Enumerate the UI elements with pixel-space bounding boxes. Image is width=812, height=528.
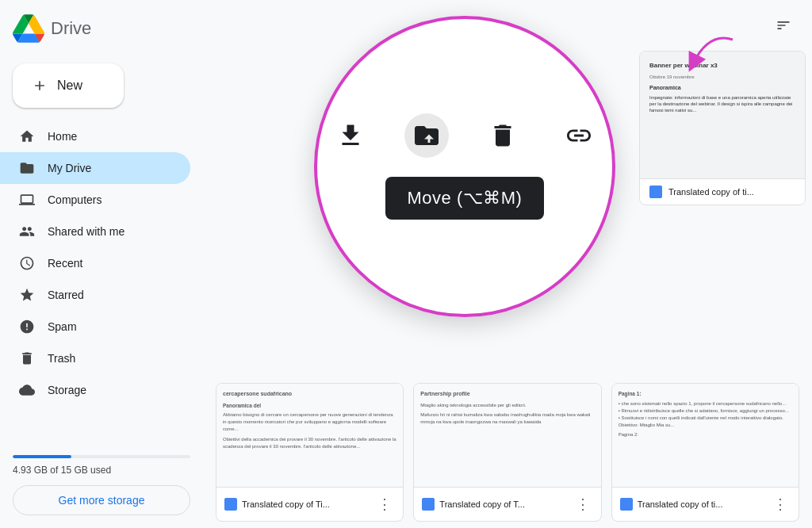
file-card-1[interactable]: cercapersone sudafricano Panoramica del … [216, 383, 404, 522]
home-icon [19, 128, 35, 144]
file-info-2: Translated copy of T... ⋮ [414, 487, 600, 521]
file-name-1: Translated copy of Ti... [242, 499, 370, 509]
filter-button[interactable] [768, 10, 799, 41]
filter-icon [776, 17, 791, 33]
storage-bar-fill [13, 455, 71, 458]
link-icon [565, 121, 593, 150]
people-icon [19, 224, 35, 239]
sidebar-item-storage-label: Storage [48, 384, 86, 396]
main-content: Banner per webinar x3 Ottobre 19 novembr… [203, 0, 812, 528]
move-tooltip: Move (⌥⌘M) [385, 177, 545, 220]
sidebar-item-shared-label: Shared with me [48, 225, 124, 238]
bg-preview-date: Ottobre 19 novembre [649, 74, 795, 81]
file-name-2: Translated copy of T... [439, 499, 567, 509]
sidebar-nav: Home My Drive Computers Shared with me [0, 121, 203, 406]
sidebar-item-computers-label: Computers [48, 193, 102, 206]
file-menu-3[interactable]: ⋮ [770, 492, 791, 516]
app-title: Drive [51, 18, 91, 39]
sidebar-item-recent-label: Recent [48, 257, 82, 270]
bg-preview-section: Panoramica [649, 84, 795, 93]
sidebar-item-spam-label: Spam [48, 320, 77, 333]
bg-preview-title: Banner per webinar x3 [649, 61, 795, 71]
sidebar-item-shared[interactable]: Shared with me [0, 216, 190, 247]
file-grid-bottom: cercapersone sudafricano Panoramica del … [203, 377, 812, 528]
computer-icon [19, 192, 35, 208]
sidebar-item-trash-label: Trash [48, 352, 75, 365]
file-card-3[interactable]: Pagina 1: • che sono sistemati nello spa… [611, 383, 799, 522]
trash-icon [19, 350, 35, 366]
sidebar-item-computers[interactable]: Computers [0, 184, 190, 216]
file-info-3: Translated copy of ti... ⋮ [612, 487, 799, 521]
bg-doc-name: Translated copy of ti... [668, 187, 754, 197]
file-name-3: Translated copy of ti... [638, 499, 765, 509]
delete-icon [488, 121, 517, 150]
circle-overlay: Move (⌥⌘M) [314, 16, 615, 317]
doc-type-icon [649, 186, 662, 198]
sidebar-item-my-drive-label: My Drive [48, 162, 91, 174]
sidebar-item-spam[interactable]: Spam [0, 311, 190, 342]
drive-logo-icon [13, 13, 44, 44]
delete-button[interactable] [481, 113, 525, 158]
toolbar-row [328, 113, 601, 158]
download-button[interactable] [328, 113, 373, 158]
new-button[interactable]: New [13, 63, 124, 108]
move-folder-icon [412, 121, 441, 150]
app-logo-area: Drive [0, 6, 203, 57]
sidebar-item-storage[interactable]: Storage [0, 374, 190, 406]
file-preview-1: cercapersone sudafricano Panoramica del … [216, 384, 403, 487]
storage-section: 4.93 GB of 15 GB used Get more storage [0, 449, 203, 522]
bg-preview-text: Impegnate: informazioni di base e una pa… [649, 94, 795, 114]
file-row: cercapersone sudafricano Panoramica del … [216, 383, 799, 522]
file-menu-2[interactable]: ⋮ [573, 492, 593, 516]
plus-icon [32, 78, 48, 94]
file-menu-1[interactable]: ⋮ [374, 492, 395, 516]
file-card-2[interactable]: Partnership profile Mtaglio aking teknol… [413, 383, 601, 522]
file-preview-3: Pagina 1: • che sono sistemati nello spa… [612, 384, 799, 487]
topbar [203, 0, 812, 51]
doc-icon-2 [422, 498, 435, 511]
doc-icon-3 [620, 498, 633, 511]
download-icon [336, 121, 365, 150]
sidebar-item-home[interactable]: Home [0, 121, 190, 152]
sidebar-item-my-drive[interactable]: My Drive [0, 152, 190, 184]
storage-text: 4.93 GB of 15 GB used [13, 465, 190, 476]
sidebar-item-trash[interactable]: Trash [0, 342, 190, 374]
file-preview-2: Partnership profile Mtaglio aking teknol… [414, 384, 600, 487]
sidebar: Drive New Home My Drive Computer [0, 0, 203, 528]
doc-icon-1 [224, 498, 237, 511]
bg-doc-preview: Banner per webinar x3 Ottobre 19 novembr… [640, 52, 805, 178]
bg-doc-info: Translated copy of ti... [640, 178, 805, 205]
file-info-1: Translated copy of Ti... ⋮ [216, 487, 403, 521]
my-drive-icon [19, 160, 35, 176]
clock-icon [19, 255, 35, 271]
move-button[interactable] [404, 113, 449, 158]
star-icon [19, 287, 35, 303]
sidebar-item-starred-label: Starred [48, 289, 84, 301]
sidebar-item-starred[interactable]: Starred [0, 279, 190, 311]
cloud-icon [19, 382, 35, 398]
sidebar-item-recent[interactable]: Recent [0, 247, 190, 279]
storage-bar [13, 455, 190, 458]
sidebar-item-home-label: Home [48, 130, 77, 143]
link-button[interactable] [557, 113, 601, 158]
spam-icon [19, 319, 35, 335]
new-button-label: New [57, 78, 82, 93]
get-storage-button[interactable]: Get more storage [13, 485, 190, 515]
bg-doc-card[interactable]: Banner per webinar x3 Ottobre 19 novembr… [639, 51, 806, 205]
